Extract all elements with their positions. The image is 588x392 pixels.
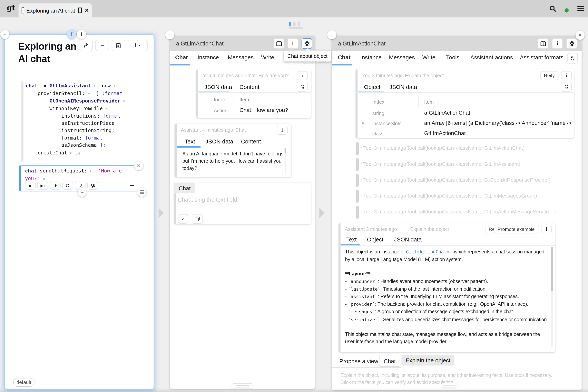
chat-request-snippet-editor[interactable]: chat sendChatRequest: ▶ 'How are you?'▏●… <box>19 166 139 192</box>
collapse-button[interactable]: − <box>95 40 109 51</box>
inspect-button[interactable]: i <box>288 38 298 49</box>
tool-call-row[interactable]: Tool 3 minutes ago Tool call(lookupClass… <box>332 158 582 171</box>
tab-assistant-actions[interactable]: Assistant actions <box>470 51 513 64</box>
snippet-menu-button[interactable] <box>138 188 146 197</box>
tab-tools[interactable]: Tools <box>446 51 460 64</box>
remove-snippet-button[interactable]: ✕ <box>134 161 143 170</box>
row-value[interactable]: a GtLlmActionChat <box>424 110 470 116</box>
reify-button[interactable]: Reify <box>540 71 558 80</box>
row-value[interactable]: an Array [6 items] (a Dictionary('class'… <box>424 120 573 126</box>
duplicate-button[interactable] <box>192 214 203 224</box>
confirm-button[interactable]: ✓ <box>178 214 188 224</box>
tab-content[interactable]: Content <box>240 84 259 90</box>
tab-write[interactable]: Write <box>261 51 274 64</box>
scrollbar-thumb[interactable] <box>284 148 286 153</box>
chat-input-tab[interactable]: Chat <box>174 183 195 193</box>
tab-content[interactable]: Content <box>241 138 261 145</box>
tab-text[interactable]: Text <box>185 138 195 145</box>
tab-json-data[interactable]: JSON data <box>389 84 417 90</box>
quick-run-button[interactable] <box>50 182 60 190</box>
col-header-item[interactable]: Item <box>424 99 434 105</box>
tab-json-data[interactable]: JSON data <box>394 236 422 243</box>
pane-header[interactable]: a GtLlmActionChat i <box>170 36 315 51</box>
send-snippet-arrow[interactable]: → <box>129 181 135 188</box>
col-header-index[interactable]: Index <box>372 99 384 105</box>
add-pane-button-right[interactable]: + <box>327 30 336 39</box>
gt-logo[interactable]: gt <box>7 3 15 12</box>
tab-object[interactable]: Object <box>364 84 380 90</box>
inspect-toggle-active[interactable]: ĭ <box>67 30 76 39</box>
default-badge[interactable]: default <box>13 378 34 387</box>
add-snippet-button[interactable]: + <box>78 188 87 197</box>
tab-assistant-formats[interactable]: Assistant formats <box>520 51 564 64</box>
chat-about-object-button[interactable] <box>566 38 577 49</box>
workspace-tab[interactable]: i Exploring an AI chat ✕ <box>18 3 92 17</box>
user-message-card[interactable]: You 4 minutes ago Chat: How are you? i J… <box>196 69 311 118</box>
tab-chat[interactable]: Chat <box>175 51 188 64</box>
refresh-button[interactable] <box>297 82 308 92</box>
col-header-item[interactable]: Item <box>240 97 249 102</box>
inspect-button[interactable]: i <box>552 38 563 49</box>
chat-input-placeholder[interactable]: Chat using the text field. <box>178 196 239 203</box>
row-key[interactable]: instanceSlots <box>372 121 402 126</box>
iterate-button[interactable] <box>62 182 73 190</box>
prompt-text-line1[interactable]: Explain the object, including its layout… <box>340 372 552 378</box>
inspect-dropdown-button[interactable]: i▾ <box>128 40 148 51</box>
tab-text[interactable]: Text <box>346 236 356 243</box>
bottom-tab-explain-object[interactable]: Explain the object <box>402 355 454 366</box>
tool-call-row[interactable]: Tool 3 minutes ago Tool call(lookupClass… <box>332 190 582 203</box>
add-pane-button-middle[interactable]: + <box>166 30 174 39</box>
expander-icon[interactable]: ▶ <box>362 121 364 125</box>
docs-button[interactable] <box>274 38 284 49</box>
tool-call-row[interactable]: Tool 3 minutes ago Tool call(lookupClass… <box>332 142 582 156</box>
assistant-explanation-card[interactable]: Assistant 3 minutes ago Explain the obje… <box>339 223 556 352</box>
pane-header[interactable]: a GtLlmActionChat i <box>332 36 582 51</box>
run-button[interactable]: ▶ <box>25 182 36 190</box>
tab-json-data[interactable]: JSON data <box>204 84 232 90</box>
user-message-card[interactable]: You 3 minutes ago Explain the object Rei… <box>356 69 574 138</box>
scrollbar-thumb[interactable] <box>551 247 553 292</box>
docs-button[interactable] <box>538 38 548 49</box>
pane-connector-chevron[interactable] <box>319 208 324 218</box>
bottom-tab-chat[interactable]: Chat <box>379 356 400 367</box>
tab-write[interactable]: Write <box>422 51 435 64</box>
tab-json-data[interactable]: JSON data <box>206 138 233 145</box>
message-inspect-button[interactable]: i <box>561 71 572 80</box>
tab-instance[interactable]: Instance <box>360 51 382 64</box>
refresh-button[interactable] <box>567 53 578 64</box>
tab-messages[interactable]: Messages <box>228 51 254 64</box>
pane-pager[interactable] <box>289 21 304 28</box>
tool-call-row[interactable]: Tool 3 minutes ago Tool call(lookupClass… <box>332 174 582 187</box>
prompt-text-line2[interactable]: Stick to the facts you can verify and av… <box>340 380 454 385</box>
snippet-code[interactable]: chat sendChatRequest: ▶ 'How are you?'▏● <box>25 167 122 182</box>
inspect-toggle[interactable]: i <box>77 30 86 39</box>
close-pane-button[interactable]: ✕ <box>576 30 584 40</box>
pane-connector-chevron[interactable] <box>158 208 164 218</box>
tool-call-row[interactable]: Tool 3 minutes ago Tool call(lookupClass… <box>332 206 582 219</box>
tab-object[interactable]: Object <box>367 236 384 243</box>
refresh-button[interactable] <box>561 82 572 92</box>
message-inspect-button[interactable]: i <box>297 71 308 80</box>
share-button[interactable] <box>79 40 92 51</box>
tab-instance[interactable]: Instance <box>198 51 219 64</box>
tab-chat[interactable]: Chat <box>338 51 350 64</box>
snippet-gutter[interactable] <box>21 81 24 162</box>
row-value[interactable]: Chat: How are you? <box>240 107 288 113</box>
clipboard-button[interactable] <box>112 40 125 51</box>
message-inspect-button[interactable]: i <box>541 225 552 234</box>
add-pane-button-left[interactable]: + <box>0 30 10 39</box>
run-inspect-button[interactable]: ▶i <box>38 182 48 190</box>
chat-about-object-button[interactable] <box>302 38 312 49</box>
promote-example-button[interactable]: Promote example <box>494 225 538 234</box>
row-key[interactable]: string <box>372 110 384 116</box>
col-header-index[interactable]: Index <box>214 97 226 102</box>
hamburger-menu-icon[interactable] <box>578 6 584 11</box>
row-value[interactable]: GtLlmActionChat <box>424 130 466 136</box>
message-inspect-button[interactable]: i <box>276 126 288 135</box>
row-key[interactable]: Action <box>214 108 228 114</box>
pager-pill[interactable] <box>293 22 296 26</box>
pager-pill[interactable] <box>298 22 300 26</box>
pager-pill-active[interactable] <box>289 22 291 26</box>
tab-messages[interactable]: Messages <box>389 51 415 64</box>
code-snippet-editor[interactable]: chat := GtLlmAssistant ▶ new ▶ providerS… <box>26 82 128 156</box>
